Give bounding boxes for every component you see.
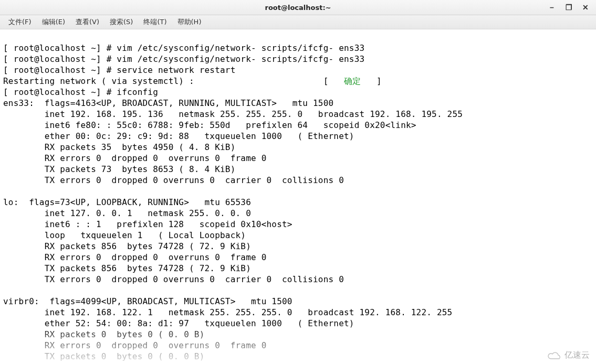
prompt: [ root@localhost ~] # bbox=[3, 43, 112, 53]
restart-status-text: Restarting network ( via systemctl) : bbox=[3, 76, 194, 86]
iface-lo-line: RX packets 856 bytes 74728 ( 72. 9 KiB) bbox=[3, 241, 251, 251]
status-ok: 确定 bbox=[344, 76, 361, 86]
menubar: 文件(F) 编辑(E) 查看(V) 搜索(S) 终端(T) 帮助(H) bbox=[0, 15, 596, 29]
iface-virbr0-line: inet 192. 168. 122. 1 netmask 255. 255. … bbox=[3, 307, 452, 317]
prompt: [ root@localhost ~] # bbox=[3, 65, 112, 75]
bracket: ] bbox=[377, 76, 382, 86]
iface-virbr0-line: ether 52: 54: 00: 8a: d1: 97 txqueuelen … bbox=[3, 318, 354, 328]
iface-lo-line: TX errors 0 dropped 0 overruns 0 carrier… bbox=[3, 274, 344, 284]
menu-view[interactable]: 查看(V) bbox=[70, 16, 104, 28]
iface-lo-line: loop txqueuelen 1 ( Local Loopback) bbox=[3, 230, 246, 240]
cmd-vim-1: vim /etc/sysconfig/network- scripts/ifcf… bbox=[117, 43, 364, 53]
cmd-ifconfig: ifconfig bbox=[117, 87, 158, 97]
iface-virbr0-line: RX errors 0 dropped 0 overruns 0 frame 0 bbox=[3, 340, 266, 350]
window-title: root@localhost:~ bbox=[265, 4, 331, 12]
cmd-service-restart: service network restart bbox=[117, 65, 235, 75]
iface-lo-header: lo: flags=73<UP, LOOPBACK, RUNNING> mtu … bbox=[3, 197, 251, 207]
minimize-button[interactable]: – bbox=[543, 1, 560, 14]
prompt: [ root@localhost ~] # bbox=[3, 54, 112, 64]
menu-terminal[interactable]: 终端(T) bbox=[138, 16, 172, 28]
close-button[interactable]: ✕ bbox=[577, 1, 594, 14]
menu-help[interactable]: 帮助(H) bbox=[172, 16, 207, 28]
iface-ens33-line: RX packets 35 bytes 4950 ( 4. 8 KiB) bbox=[3, 142, 235, 152]
iface-ens33-line: RX errors 0 dropped 0 overruns 0 frame 0 bbox=[3, 153, 266, 163]
menu-edit[interactable]: 编辑(E) bbox=[37, 16, 70, 28]
bracket: [ bbox=[323, 76, 329, 86]
iface-ens33-line: TX errors 0 dropped 0 overruns 0 carrier… bbox=[3, 175, 344, 185]
terminal-output[interactable]: [ root@localhost ~] # vim /etc/sysconfig… bbox=[0, 29, 596, 364]
iface-lo-line: inet 127. 0. 0. 1 netmask 255. 0. 0. 0 bbox=[3, 208, 251, 218]
cmd-vim-2: vim /etc/sysconfig/network- scripts/ifcf… bbox=[117, 54, 364, 64]
menu-search[interactable]: 搜索(S) bbox=[104, 16, 138, 28]
iface-ens33-line: ether 00: 0c: 29: c9: 9d: 88 txqueuelen … bbox=[3, 131, 354, 141]
iface-virbr0-line: TX packets 0 bytes 0 ( 0. 0 B) bbox=[3, 351, 204, 361]
iface-lo-line: RX errors 0 dropped 0 overruns 0 frame 0 bbox=[3, 252, 266, 262]
prompt: [ root@localhost ~] # bbox=[3, 87, 112, 97]
iface-virbr0-header: virbr0: flags=4099<UP, BROADCAST, MULTIC… bbox=[3, 296, 292, 306]
iface-virbr0-line: RX packets 0 bytes 0 ( 0. 0 B) bbox=[3, 329, 204, 339]
iface-ens33-line: inet 192. 168. 195. 136 netmask 255. 255… bbox=[3, 109, 463, 119]
window-titlebar: root@localhost:~ – ❐ ✕ bbox=[0, 0, 596, 15]
iface-lo-line: inet6 : : 1 prefixlen 128 scopeid 0x10<h… bbox=[3, 219, 292, 229]
maximize-button[interactable]: ❐ bbox=[560, 1, 577, 14]
menu-file[interactable]: 文件(F) bbox=[3, 16, 37, 28]
iface-ens33-line: inet6 fe80: : 55c0: 6788: 9feb: 550d pre… bbox=[3, 120, 416, 130]
iface-lo-line: TX packets 856 bytes 74728 ( 72. 9 KiB) bbox=[3, 263, 251, 273]
window-controls: – ❐ ✕ bbox=[543, 0, 594, 15]
iface-ens33-header: ens33: flags=4163<UP, BROADCAST, RUNNING… bbox=[3, 98, 333, 108]
iface-ens33-line: TX packets 73 bytes 8653 ( 8. 4 KiB) bbox=[3, 164, 235, 174]
